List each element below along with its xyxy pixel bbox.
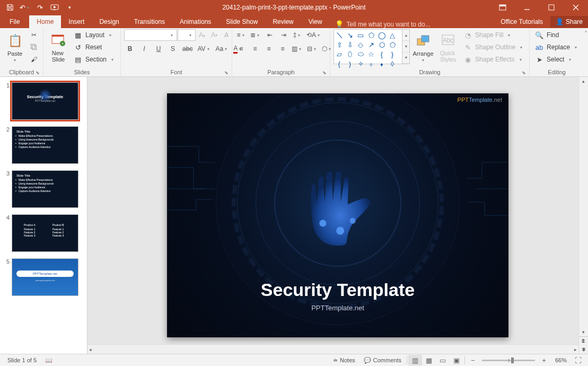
qat-customize-button[interactable]: ▾ bbox=[63, 1, 76, 14]
tab-slide-show[interactable]: Slide Show bbox=[218, 15, 265, 28]
slide-subtitle[interactable]: PPTTemplate.net bbox=[167, 304, 508, 312]
zoom-slider[interactable] bbox=[482, 360, 535, 361]
columns-button[interactable]: ▥▾ bbox=[291, 43, 304, 55]
paste-button[interactable]: 📋 Paste ▾ bbox=[3, 29, 27, 65]
thumb-preview[interactable]: PPTTemplate.netwww.ppttemplate.net bbox=[12, 258, 78, 296]
cut-button[interactable]: ✂ bbox=[28, 29, 40, 41]
slide-thumbnail[interactable]: 1Security TemplatePPTTemplate.net bbox=[1, 80, 86, 124]
thumb-preview[interactable]: Slide TitleMake Effective PresentationsU… bbox=[12, 126, 78, 164]
slide-editor[interactable]: PPTTemplate.net Security Template PPTTem… bbox=[87, 77, 588, 354]
slide-counter[interactable]: Slide 1 of 5 bbox=[3, 354, 41, 367]
decrease-font-button[interactable]: A▾ bbox=[208, 29, 220, 41]
numbering-button[interactable]: ≣▾ bbox=[249, 29, 262, 41]
undo-button[interactable]: ↶▾ bbox=[18, 1, 32, 14]
new-slide-button[interactable]: + New Slide bbox=[47, 29, 70, 65]
tab-insert[interactable]: Insert bbox=[61, 15, 92, 28]
fit-to-window-button[interactable]: ⛶ bbox=[571, 355, 585, 365]
redo-button[interactable]: ↷ bbox=[33, 1, 47, 14]
slide-thumbnail[interactable]: 3Slide TitleMake Effective Presentations… bbox=[1, 168, 86, 212]
shape-outline-button[interactable]: ✎Shape Outline▾ bbox=[461, 41, 526, 53]
italic-button[interactable]: I bbox=[138, 43, 150, 55]
zoom-out-button[interactable]: − bbox=[466, 355, 480, 365]
ribbon-display-options-button[interactable] bbox=[490, 0, 515, 15]
notes-button[interactable]: ≐Notes bbox=[329, 354, 359, 367]
close-button[interactable] bbox=[564, 0, 588, 15]
horizontal-scrollbar[interactable]: ◂▸ bbox=[87, 344, 578, 354]
dialog-launcher[interactable]: ⬊ bbox=[224, 70, 229, 75]
align-left-button[interactable]: ≡ bbox=[235, 43, 247, 55]
align-center-button[interactable]: ≡ bbox=[249, 43, 261, 55]
save-button[interactable] bbox=[3, 1, 17, 14]
increase-indent-button[interactable]: ⇥ bbox=[278, 29, 289, 41]
maximize-button[interactable] bbox=[539, 0, 564, 15]
quick-styles-button[interactable]: Abc Quick Styles bbox=[436, 29, 460, 65]
tab-transitions[interactable]: Transitions bbox=[127, 15, 172, 28]
clear-formatting-button[interactable]: A̷ bbox=[221, 29, 232, 41]
minimize-button[interactable] bbox=[515, 0, 539, 15]
copy-button[interactable]: ⿻ bbox=[28, 41, 40, 53]
align-right-button[interactable]: ≡ bbox=[263, 43, 275, 55]
justify-button[interactable]: ≡ bbox=[277, 43, 288, 55]
tab-file[interactable]: File bbox=[0, 15, 29, 28]
office-tutorials-link[interactable]: Office Tutorials bbox=[493, 15, 550, 28]
shape-fill-button[interactable]: ◔Shape Fill▾ bbox=[461, 29, 526, 41]
strikethrough-button[interactable]: abc bbox=[181, 43, 194, 55]
underline-button[interactable]: U bbox=[153, 43, 164, 55]
text-direction-button[interactable]: ⟲A▾ bbox=[305, 29, 322, 41]
collapse-ribbon-button[interactable]: ˄ bbox=[584, 28, 588, 76]
share-button[interactable]: 👤 Share bbox=[550, 16, 588, 28]
slide-thumbnail[interactable]: 2Slide TitleMake Effective Presentations… bbox=[1, 124, 86, 168]
select-button[interactable]: ➤Select▾ bbox=[533, 54, 575, 65]
reset-button[interactable]: ↺Reset bbox=[72, 41, 117, 53]
slide-thumbnail[interactable]: 4Product AFeature 1Feature 2Feature 3Pro… bbox=[1, 212, 86, 256]
tab-animations[interactable]: Animations bbox=[172, 15, 218, 28]
font-name-combo[interactable]: ▾ bbox=[124, 29, 177, 41]
decrease-indent-button[interactable]: ⇤ bbox=[264, 29, 276, 41]
section-button[interactable]: ▤Section▾ bbox=[72, 54, 117, 65]
font-size-combo[interactable]: ▾ bbox=[178, 29, 196, 41]
align-text-button[interactable]: ⊟▾ bbox=[306, 43, 319, 55]
next-slide-button[interactable]: ⯯ bbox=[580, 345, 587, 354]
slide-thumbnail[interactable]: 5PPTTemplate.netwww.ppttemplate.net bbox=[1, 256, 86, 300]
dialog-launcher[interactable]: ⬊ bbox=[322, 70, 327, 75]
slide-title[interactable]: Security Template bbox=[167, 280, 508, 300]
comments-button[interactable]: 💬Comments bbox=[359, 354, 406, 367]
slide-canvas[interactable]: PPTTemplate.net Security Template PPTTem… bbox=[167, 93, 508, 337]
zoom-level[interactable]: 66% bbox=[551, 354, 571, 367]
gallery-scroll[interactable]: ▴▾▾ bbox=[402, 29, 410, 64]
tab-design[interactable]: Design bbox=[92, 15, 126, 28]
shapes-gallery[interactable]: ＼↘▭⬠◯△⇧⇩ ◇↗⬡⬠▱⬯⬭☆ {}()✧⬨⬧◊ bbox=[334, 29, 402, 64]
zoom-in-button[interactable]: + bbox=[537, 355, 551, 365]
thumb-preview[interactable]: Product AFeature 1Feature 2Feature 3Prod… bbox=[12, 214, 78, 252]
format-painter-button[interactable]: 🖌 bbox=[28, 54, 40, 65]
vertical-scrollbar[interactable]: ▴▾ ⯭ ⯯ bbox=[578, 77, 588, 354]
dialog-launcher[interactable]: ⬊ bbox=[36, 70, 40, 75]
slide-sorter-button[interactable]: ▦ bbox=[422, 355, 436, 365]
normal-view-button[interactable]: ▥ bbox=[408, 355, 422, 365]
slide-thumbnails-panel[interactable]: 1Security TemplatePPTTemplate.net2Slide … bbox=[0, 77, 87, 354]
tell-me-search[interactable]: 💡 Tell me what you want to do... bbox=[330, 20, 494, 28]
bold-button[interactable]: B bbox=[124, 43, 136, 55]
line-spacing-button[interactable]: ‡▾ bbox=[292, 29, 303, 41]
change-case-button[interactable]: Aa▾ bbox=[215, 43, 230, 55]
slideshow-view-button[interactable]: ▣ bbox=[450, 355, 463, 365]
reading-view-button[interactable]: ▭ bbox=[436, 355, 450, 365]
bullets-button[interactable]: ≡▾ bbox=[235, 29, 247, 41]
spellcheck-button[interactable]: 📖 bbox=[41, 354, 57, 367]
arrange-button[interactable]: Arrange▾ bbox=[411, 29, 435, 65]
replace-button[interactable]: abReplace▾ bbox=[533, 41, 581, 53]
thumb-preview[interactable]: Slide TitleMake Effective PresentationsU… bbox=[12, 170, 78, 208]
tab-view[interactable]: View bbox=[301, 15, 330, 28]
find-button[interactable]: 🔍Find bbox=[533, 29, 561, 41]
char-spacing-button[interactable]: AV▾ bbox=[196, 43, 212, 55]
increase-font-button[interactable]: A▴ bbox=[196, 29, 208, 41]
thumb-preview[interactable]: Security TemplatePPTTemplate.net bbox=[12, 82, 78, 120]
tab-home[interactable]: Home bbox=[29, 15, 61, 28]
shadow-button[interactable]: S bbox=[167, 43, 179, 55]
layout-button[interactable]: ▦Layout▾ bbox=[72, 29, 117, 41]
tab-review[interactable]: Review bbox=[265, 15, 301, 28]
dialog-launcher[interactable]: ⬊ bbox=[522, 70, 526, 75]
prev-slide-button[interactable]: ⯭ bbox=[580, 337, 587, 345]
shape-effects-button[interactable]: ◉Shape Effects▾ bbox=[461, 54, 526, 65]
start-slideshow-button[interactable] bbox=[48, 1, 62, 14]
